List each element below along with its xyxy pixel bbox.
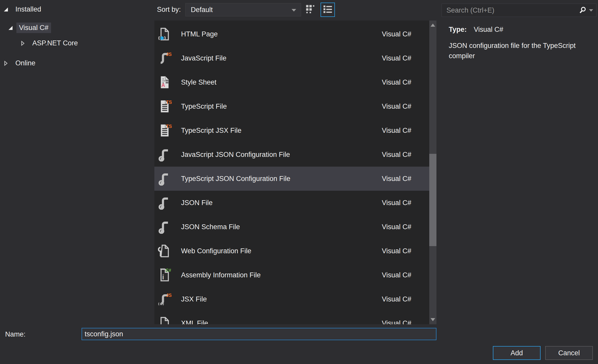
sort-dropdown[interactable]: Default <box>185 3 301 16</box>
collapsed-triangle-icon[interactable] <box>3 60 9 67</box>
grid-view-icon <box>305 4 316 16</box>
tree-node-label[interactable]: Visual C# <box>16 23 51 33</box>
file-type-icon <box>158 172 172 186</box>
tree-node-online[interactable]: Online <box>3 58 38 68</box>
list-item[interactable]: TS TypeScript JSX File Visual C# <box>154 118 436 143</box>
search-icon[interactable] <box>578 6 587 15</box>
svg-text:JS: JS <box>166 293 172 298</box>
list-item-category: Visual C# <box>382 151 411 159</box>
svg-text:TS: TS <box>166 100 172 105</box>
tree-node-installed[interactable]: Installed <box>3 4 44 15</box>
tree-node-visual-csharp[interactable]: Visual C# <box>7 23 51 33</box>
expanded-triangle-icon[interactable] <box>7 25 14 31</box>
sort-toolbar: Sort by: Default <box>154 0 438 21</box>
svg-text:C#: C# <box>166 268 171 272</box>
search-box[interactable] <box>442 4 596 17</box>
list-item-label: XML File <box>181 319 208 325</box>
bottom-bar: Name: Add Cancel <box>0 324 598 364</box>
item-info-panel: Type: Visual C# JSON configuration file … <box>438 0 598 324</box>
expanded-triangle-icon[interactable] <box>3 6 9 13</box>
list-item-category: Visual C# <box>382 127 411 135</box>
grid-view-button[interactable] <box>304 3 318 17</box>
scroll-up-icon[interactable] <box>431 24 435 27</box>
list-item[interactable]: JSON File Visual C# <box>154 191 436 215</box>
list-item-category: Visual C# <box>382 175 411 183</box>
list-item[interactable]: iC# Assembly Information File Visual C# <box>154 263 436 287</box>
svg-text:i: i <box>162 274 164 281</box>
list-item[interactable]: Web Configuration File Visual C# <box>154 239 436 263</box>
list-item[interactable]: XML File Visual C# <box>154 311 436 324</box>
list-item[interactable]: HTML Page Visual C# <box>154 22 436 46</box>
file-type-icon: A <box>158 75 172 89</box>
name-label: Name: <box>5 330 26 338</box>
list-item-category: Visual C# <box>382 295 411 303</box>
scroll-down-icon[interactable] <box>431 318 435 321</box>
file-type-icon: JS <box>158 51 172 65</box>
tree-node-label[interactable]: Online <box>13 58 38 68</box>
list-item[interactable]: A Style Sheet Visual C# <box>154 70 436 94</box>
list-item-category: Visual C# <box>382 78 411 86</box>
file-type-icon: iC# <box>158 268 172 282</box>
name-input[interactable] <box>82 328 436 340</box>
chevron-down-icon <box>292 9 296 12</box>
list-item-label: TypeScript JSON Configuration File <box>181 175 290 183</box>
template-rows: HTML Page Visual C# JS JavaScript File V… <box>154 21 436 324</box>
file-type-icon <box>158 148 172 161</box>
list-item[interactable]: TypeScript JSON Configuration File Visua… <box>154 167 436 191</box>
template-list: HTML Page Visual C# JS JavaScript File V… <box>154 21 436 324</box>
file-type-icon <box>158 220 172 234</box>
template-category-tree: Installed Visual C# ASP.NET Core Online <box>0 0 154 324</box>
file-type-icon: TS <box>158 124 172 137</box>
list-item-label: Style Sheet <box>181 78 216 86</box>
list-item[interactable]: JavaScript JSON Configuration File Visua… <box>154 143 436 167</box>
sort-by-label: Sort by: <box>157 6 181 14</box>
item-description: JSON configuration file for the TypeScri… <box>449 41 595 61</box>
add-button[interactable]: Add <box>493 346 541 360</box>
tree-node-label[interactable]: ASP.NET Core <box>30 38 81 48</box>
list-item-label: JSON File <box>181 199 213 207</box>
type-row: Type: Visual C# <box>449 26 503 34</box>
type-value: Visual C# <box>474 26 503 33</box>
file-type-icon <box>158 196 172 210</box>
chevron-down-icon[interactable] <box>589 9 593 12</box>
collapsed-triangle-icon[interactable] <box>19 40 26 47</box>
file-type-icon: JS <box>158 292 172 306</box>
add-new-item-dialog: Installed Visual C# ASP.NET Core Online … <box>0 0 598 364</box>
svg-text:JS: JS <box>166 52 172 57</box>
file-type-icon <box>158 316 172 324</box>
list-item-category: Visual C# <box>382 54 411 62</box>
list-item-category: Visual C# <box>382 247 411 255</box>
list-view-button[interactable] <box>321 3 335 17</box>
sort-dropdown-value: Default <box>191 6 213 14</box>
cancel-button[interactable]: Cancel <box>545 346 593 360</box>
list-item[interactable]: TS TypeScript File Visual C# <box>154 94 436 118</box>
list-item-category: Visual C# <box>382 103 411 110</box>
list-item-label: JSON Schema File <box>181 223 240 231</box>
svg-text:TS: TS <box>166 124 172 129</box>
file-type-icon <box>158 244 172 258</box>
list-item-category: Visual C# <box>382 271 411 279</box>
list-item-label: JavaScript File <box>181 54 226 62</box>
list-item-category: Visual C# <box>382 319 411 325</box>
list-item-category: Visual C# <box>382 199 411 207</box>
file-type-icon: TS <box>158 99 172 113</box>
list-item-label: Web Configuration File <box>181 247 251 255</box>
list-view-icon <box>322 4 333 16</box>
tree-node-aspnet-core[interactable]: ASP.NET Core <box>19 38 81 48</box>
list-item[interactable]: JS JSX File Visual C# <box>154 287 436 311</box>
list-item-label: Assembly Information File <box>181 271 261 279</box>
search-input[interactable] <box>442 6 578 14</box>
vertical-scrollbar[interactable] <box>429 21 436 324</box>
list-item-label: JSX File <box>181 295 207 303</box>
list-item[interactable]: JS JavaScript File Visual C# <box>154 46 436 70</box>
list-item-label: JavaScript JSON Configuration File <box>181 151 290 159</box>
scrollbar-thumb[interactable] <box>429 154 436 246</box>
list-item[interactable]: JSON Schema File Visual C# <box>154 215 436 239</box>
list-item-label: TypeScript File <box>181 103 227 110</box>
list-item-category: Visual C# <box>382 30 411 38</box>
tree-node-label[interactable]: Installed <box>13 4 44 15</box>
list-item-label: TypeScript JSX File <box>181 127 242 135</box>
list-item-category: Visual C# <box>382 223 411 231</box>
svg-text:A: A <box>162 82 165 88</box>
list-item-label: HTML Page <box>181 30 218 38</box>
